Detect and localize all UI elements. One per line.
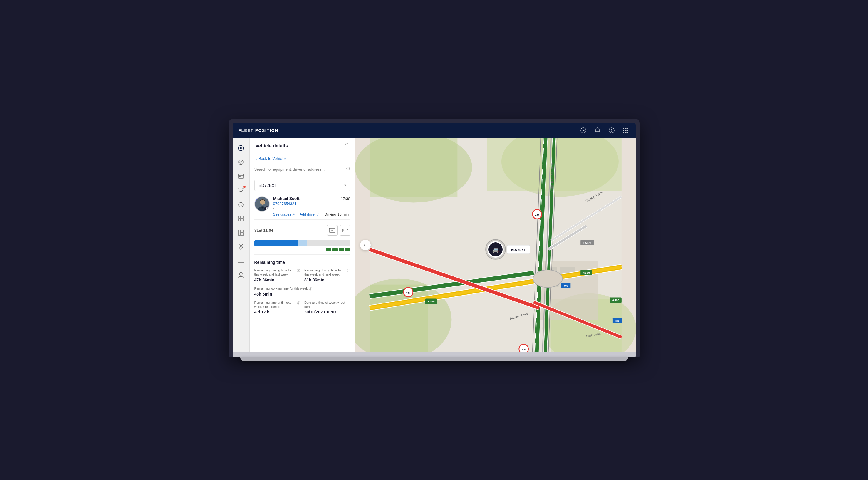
time-value-1: 81h 36min — [304, 278, 350, 282]
search-bar — [254, 167, 350, 175]
svg-point-50 — [267, 209, 267, 209]
laptop-wrapper: FLEET POSITION — [228, 119, 640, 361]
map-area[interactable]: Smithy Lane Radway Green Road Audley Roa… — [355, 138, 636, 352]
svg-point-38 — [240, 245, 242, 247]
see-grades-link[interactable]: See grades ↗ — [273, 212, 295, 216]
progress-empty — [307, 240, 350, 246]
sidebar-item-puzzle[interactable] — [235, 212, 247, 225]
driver-badge-icon — [265, 206, 270, 211]
time-item-4: Date and time of weekly rest period 30/1… — [304, 301, 350, 314]
svg-rect-6 — [627, 128, 628, 129]
nav-icons: ? — [579, 126, 630, 134]
panel-header: Vehicle details — [250, 138, 355, 153]
time-value-3: 4 d 17 h — [254, 310, 301, 314]
map-back-icon: ← — [363, 242, 368, 248]
driver-name-row: Michael Scott 17:38 — [273, 196, 350, 201]
svg-point-14 — [240, 147, 242, 149]
time-item-0: Remaining driving time for this week and… — [254, 268, 301, 282]
remaining-title: Remaining time — [254, 260, 350, 265]
svg-text:B5078: B5078 — [583, 241, 591, 244]
svg-point-25 — [238, 188, 239, 189]
time-value-4: 30/10/2023 10:07 — [304, 310, 350, 314]
svg-rect-36 — [241, 230, 244, 232]
driving-status: Driving 16 min — [324, 212, 349, 216]
driver-name: Michael Scott — [273, 196, 300, 201]
svg-point-44 — [347, 167, 349, 170]
svg-rect-32 — [241, 216, 244, 218]
vehicle-selector[interactable]: BD72EXT ▾ — [254, 180, 350, 191]
svg-rect-9 — [627, 130, 628, 131]
marker-2 — [332, 248, 338, 251]
info-icon-3[interactable]: ⓘ — [297, 301, 300, 305]
sidebar-item-user[interactable] — [235, 269, 247, 281]
help-icon[interactable]: ? — [608, 126, 616, 134]
map-background: Smithy Lane Radway Green Road Audley Roa… — [355, 138, 636, 352]
sidebar-item-timer[interactable] — [235, 198, 247, 211]
tachograph-icon[interactable]: 30 — [327, 225, 338, 236]
add-driver-link[interactable]: Add driver ↗ — [300, 212, 319, 216]
svg-rect-5 — [625, 128, 626, 129]
svg-rect-24 — [239, 176, 241, 177]
map-svg: Smithy Lane Radway Green Road Audley Roa… — [355, 138, 636, 352]
sidebar-item-grid[interactable] — [235, 226, 247, 239]
bed-icon[interactable] — [340, 225, 350, 236]
back-to-vehicles-link[interactable]: ‹ Back to Vehicles — [250, 153, 355, 164]
sidebar-icons — [232, 138, 250, 352]
svg-text:7.5t: 7.5t — [521, 349, 526, 351]
progress-mid — [298, 240, 307, 246]
remaining-section: Remaining time Remaining driving time fo… — [254, 260, 350, 314]
svg-text:7.5t: 7.5t — [406, 292, 410, 294]
info-icon-1[interactable]: ⓘ — [347, 269, 350, 273]
screen-content: FLEET POSITION — [232, 123, 636, 352]
time-label-0: Remaining driving time for this week and… — [254, 268, 301, 277]
sidebar-item-card[interactable] — [235, 170, 247, 183]
app-title: FLEET POSITION — [239, 128, 278, 133]
time-label-2: Remaining working time for this week ⓘ — [254, 287, 350, 291]
grid-apps-icon[interactable] — [622, 126, 630, 134]
info-icon-2[interactable]: ⓘ — [309, 287, 312, 291]
sidebar-item-pin[interactable] — [235, 240, 247, 253]
svg-point-26 — [242, 188, 244, 189]
search-input[interactable] — [254, 167, 346, 172]
bell-icon[interactable] — [593, 126, 601, 134]
play-icon[interactable] — [579, 126, 587, 134]
lock-icon[interactable] — [345, 143, 349, 149]
driver-phone[interactable]: 07987654321 — [273, 202, 350, 206]
panel-title: Vehicle details — [255, 143, 288, 149]
progress-filled — [254, 240, 298, 246]
routes-badge — [243, 186, 246, 188]
detail-panel: Vehicle details ‹ Back to Vehicles — [250, 138, 355, 352]
sidebar-item-routes[interactable] — [235, 184, 247, 197]
svg-point-42 — [239, 272, 242, 275]
driver-info: Michael Scott 17:38 07987654321 - See gr… — [273, 196, 350, 216]
svg-text:A500: A500 — [427, 300, 434, 303]
svg-rect-11 — [625, 131, 626, 133]
sidebar-item-map[interactable] — [235, 142, 247, 154]
time-value-2: 48h 5min — [254, 292, 350, 296]
activity-icons: 30 — [327, 225, 350, 236]
map-back-button[interactable]: ← — [360, 240, 371, 250]
svg-rect-31 — [238, 216, 241, 218]
time-value-0: 47h 36min — [254, 278, 301, 282]
time-item-1: Remaining driving time for this week and… — [304, 268, 350, 282]
svg-rect-12 — [627, 131, 628, 133]
start-label: Start 11:04 — [254, 228, 273, 233]
time-label-3: Remaining time until next weekly rest pe… — [254, 301, 301, 309]
time-label-4: Date and time of weekly rest period — [304, 301, 350, 309]
sidebar-item-target[interactable] — [235, 156, 247, 169]
laptop-bottom — [232, 352, 636, 357]
svg-rect-10 — [623, 131, 624, 133]
svg-point-54 — [343, 230, 344, 231]
info-icon-0[interactable]: ⓘ — [297, 269, 300, 273]
activity-section: Start 11:04 30 — [254, 225, 350, 255]
chevron-down-icon: ▾ — [344, 183, 346, 187]
svg-text:M6: M6 — [564, 284, 568, 287]
back-label: Back to Vehicles — [258, 156, 286, 161]
sidebar-item-list[interactable] — [235, 254, 247, 267]
start-time: 11:04 — [264, 228, 273, 233]
svg-text:?: ? — [610, 129, 613, 133]
svg-point-112 — [533, 270, 562, 288]
laptop-base — [240, 357, 628, 361]
svg-text:Radway Green Road: Radway Green Road — [551, 161, 554, 191]
driver-time: 17:38 — [341, 197, 350, 201]
